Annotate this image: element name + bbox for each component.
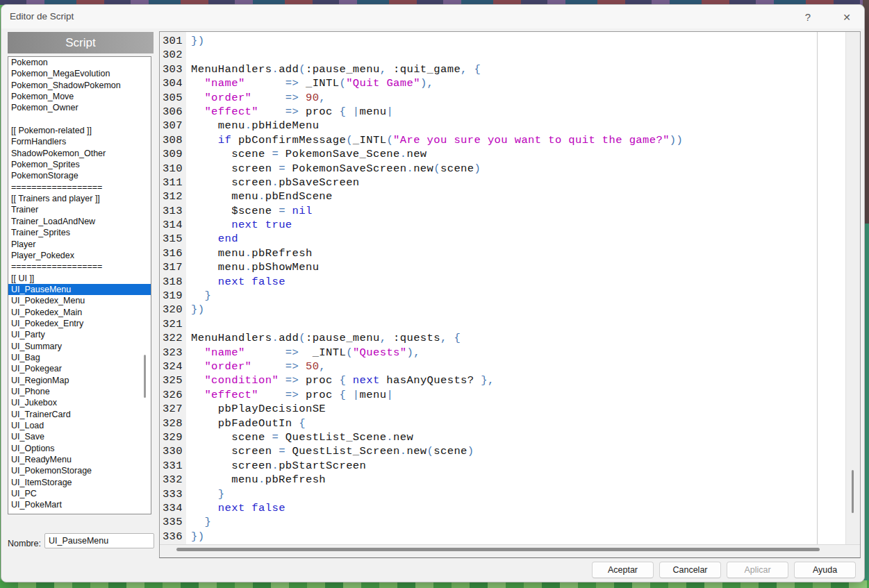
cancel-button[interactable]: Cancelar [659, 562, 721, 578]
code-line[interactable] [191, 48, 818, 62]
code-line[interactable]: $scene = nil [191, 204, 818, 218]
script-list-item[interactable]: UI_PokemonStorage [8, 465, 151, 476]
code-line[interactable]: MenuHandlers.add(:pause_menu, :quests, { [191, 331, 818, 345]
code-line[interactable]: pbPlayDecisionSE [191, 402, 818, 416]
code-line[interactable]: next true [191, 218, 818, 232]
script-list-item[interactable]: Player [8, 239, 151, 250]
code-line[interactable]: "name" => _INTL("Quit Game"), [191, 76, 818, 90]
script-list-item[interactable]: Pokemon_Move [8, 91, 151, 102]
code-line[interactable]: scene = QuestList_Scene.new [191, 430, 818, 444]
help-button[interactable]: Ayuda [794, 562, 856, 578]
code-line[interactable]: if pbConfirmMessage(_INTL("Are you sure … [191, 133, 818, 147]
line-number: 336 [160, 530, 186, 544]
code-line[interactable]: end [191, 232, 818, 246]
code-line[interactable]: screen.pbSaveScreen [191, 176, 818, 190]
dialog-buttons: AceptarCancelarAplicarAyuda [592, 562, 856, 578]
script-list-item[interactable]: PokemonStorage [8, 170, 151, 181]
code-line[interactable]: menu.pbRefresh [191, 473, 818, 487]
script-list[interactable]: PokemonPokemon_MegaEvolutionPokemon_Shad… [8, 56, 151, 514]
code-line[interactable]: "order" => 90, [191, 91, 818, 105]
script-list-item[interactable]: Pokemon_Owner [8, 102, 151, 113]
script-list-scrollbar-thumb[interactable] [144, 355, 146, 398]
code-editor[interactable]: 3013023033043053063073083093103113123133… [159, 31, 861, 558]
script-list-item[interactable]: UI_Bag [8, 352, 151, 363]
dialog-title: Editor de Script [10, 11, 74, 22]
script-list-item[interactable]: ShadowPokemon_Other [8, 148, 151, 159]
accept-button[interactable]: Aceptar [592, 562, 654, 578]
code-line[interactable]: next false [191, 501, 818, 515]
script-list-item[interactable]: UI_Phone [8, 386, 151, 397]
code-line[interactable]: "effect" => proc { |menu| [191, 388, 818, 402]
script-list-item[interactable]: UI_PokeMart [8, 499, 151, 510]
title-bar[interactable]: Editor de Script ? ✕ [1, 5, 864, 28]
code-line[interactable]: screen.pbStartScreen [191, 459, 818, 473]
editor-vertical-scrollbar[interactable] [845, 32, 860, 545]
code-line[interactable]: }) [191, 530, 818, 544]
code-line[interactable]: next false [191, 275, 818, 289]
script-list-item[interactable]: UI_ItemStorage [8, 477, 151, 488]
script-list-item[interactable]: UI_Jukebox [8, 397, 151, 408]
line-number: 324 [160, 360, 186, 373]
line-number: 332 [160, 473, 186, 487]
script-list-item[interactable]: UI_Save [8, 431, 151, 442]
code-line[interactable]: screen = PokemonSaveScreen.new(scene) [191, 162, 818, 176]
code-lines[interactable]: }) MenuHandlers.add(:pause_menu, :quit_g… [186, 32, 818, 545]
code-line[interactable]: "condition" => proc { next hasAnyQuests?… [191, 373, 818, 387]
code-line[interactable]: } [191, 289, 818, 303]
line-number: 318 [160, 275, 186, 289]
code-line[interactable]: menu.pbEndScene [191, 190, 818, 203]
script-list-item[interactable]: [[ UI ]] [8, 273, 151, 284]
script-list-item[interactable]: UI_TrainerCard [8, 409, 151, 420]
editor-horizontal-scrollbar-thumb[interactable] [176, 548, 820, 551]
code-line[interactable]: }) [191, 303, 818, 317]
script-list-item[interactable]: UI_ReadyMenu [8, 454, 151, 465]
script-list-item[interactable] [8, 114, 151, 125]
code-line[interactable]: "name" => _INTL("Quests"), [191, 346, 818, 360]
close-icon[interactable]: ✕ [838, 10, 856, 25]
script-list-item[interactable]: FormHandlers [8, 136, 151, 147]
script-list-item[interactable]: ================== [8, 261, 151, 272]
script-list-header: Script [8, 32, 154, 53]
code-line[interactable]: } [191, 487, 818, 501]
code-line[interactable]: scene = PokemonSave_Scene.new [191, 147, 818, 161]
script-list-item[interactable]: UI_Pokedex_Entry [8, 318, 151, 329]
script-list-item[interactable]: UI_PC [8, 488, 151, 499]
editor-horizontal-scrollbar[interactable] [160, 544, 860, 557]
script-list-item[interactable]: Player_Pokedex [8, 250, 151, 261]
script-list-item[interactable]: ================== [8, 182, 151, 193]
script-list-item[interactable]: Trainer_LoadAndNew [8, 216, 151, 227]
code-line[interactable]: menu.pbShowMenu [191, 260, 818, 274]
code-line[interactable]: "effect" => proc { |menu| [191, 105, 818, 119]
script-list-item[interactable]: Trainer_Sprites [8, 227, 151, 238]
script-list-item[interactable]: [[ Pokemon-related ]] [8, 125, 151, 136]
code-line[interactable]: MenuHandlers.add(:pause_menu, :quit_game… [191, 62, 818, 76]
code-line[interactable]: screen = QuestList_Screen.new(scene) [191, 444, 818, 458]
code-line[interactable] [191, 317, 818, 331]
script-list-item[interactable]: [[ Trainers and player ]] [8, 193, 151, 204]
line-number: 308 [160, 133, 186, 147]
script-list-item-selected[interactable]: UI_PauseMenu [8, 284, 151, 295]
script-list-item[interactable]: UI_Summary [8, 341, 151, 352]
script-list-item[interactable]: UI_RegionMap [8, 375, 151, 386]
script-list-item[interactable]: UI_Party [8, 329, 151, 340]
code-line[interactable]: menu.pbHideMenu [191, 119, 818, 133]
help-icon[interactable]: ? [799, 10, 817, 25]
script-name-input[interactable] [44, 533, 154, 548]
script-list-item[interactable]: UI_Pokedex_Menu [8, 295, 151, 306]
script-list-item[interactable]: Pokemon_MegaEvolution [8, 68, 151, 79]
code-line[interactable]: }) [191, 34, 818, 48]
script-list-item[interactable]: UI_Load [8, 420, 151, 431]
code-line[interactable]: pbFadeOutIn { [191, 417, 818, 430]
code-line[interactable]: "order" => 50, [191, 360, 818, 373]
script-list-item[interactable]: UI_Options [8, 443, 151, 454]
script-list-item[interactable]: Pokemon_ShadowPokemon [8, 80, 151, 91]
script-list-item[interactable]: Trainer [8, 204, 151, 215]
code-line[interactable]: menu.pbRefresh [191, 246, 818, 260]
script-list-item[interactable]: UI_Pokegear [8, 363, 151, 374]
script-list-item[interactable]: Pokemon [8, 57, 151, 68]
screen: Editor de Script ? ✕ Script PokemonPokem… [0, 0, 869, 588]
code-line[interactable]: } [191, 515, 818, 529]
script-list-item[interactable]: Pokemon_Sprites [8, 159, 151, 170]
script-list-item[interactable]: UI_Pokedex_Main [8, 307, 151, 318]
editor-vertical-scrollbar-thumb[interactable] [852, 470, 854, 513]
